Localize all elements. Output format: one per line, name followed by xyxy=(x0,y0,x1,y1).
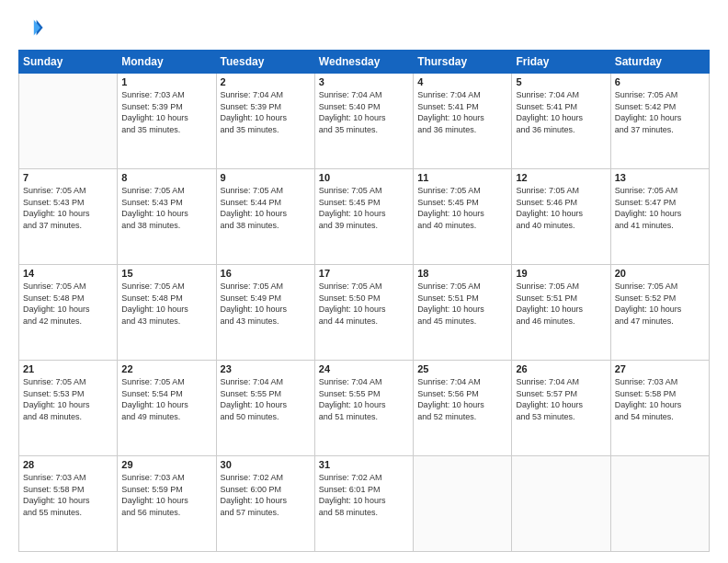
calendar-header-row: SundayMondayTuesdayWednesdayThursdayFrid… xyxy=(19,51,710,74)
day-info: Sunrise: 7:05 AMSunset: 5:43 PMDaylight:… xyxy=(121,185,211,231)
day-info: Sunrise: 7:03 AMSunset: 5:39 PMDaylight:… xyxy=(121,89,211,135)
calendar-cell: 30Sunrise: 7:02 AMSunset: 6:00 PMDayligh… xyxy=(216,456,314,552)
calendar-cell: 23Sunrise: 7:04 AMSunset: 5:55 PMDayligh… xyxy=(216,361,314,456)
calendar-cell: 24Sunrise: 7:04 AMSunset: 5:55 PMDayligh… xyxy=(314,361,413,456)
calendar-cell: 1Sunrise: 7:03 AMSunset: 5:39 PMDaylight… xyxy=(118,74,216,169)
day-number: 28 xyxy=(23,459,113,470)
day-number: 21 xyxy=(23,363,113,374)
day-number: 8 xyxy=(121,172,211,183)
calendar-week-4: 21Sunrise: 7:05 AMSunset: 5:53 PMDayligh… xyxy=(19,361,710,456)
day-info: Sunrise: 7:05 AMSunset: 5:53 PMDaylight:… xyxy=(23,376,113,422)
calendar-cell: 11Sunrise: 7:05 AMSunset: 5:45 PMDayligh… xyxy=(414,169,512,265)
calendar-cell: 4Sunrise: 7:04 AMSunset: 5:41 PMDaylight… xyxy=(414,74,512,169)
day-number: 24 xyxy=(319,363,409,374)
day-info: Sunrise: 7:05 AMSunset: 5:45 PMDaylight:… xyxy=(319,185,409,231)
day-number: 13 xyxy=(615,172,705,183)
day-number: 22 xyxy=(121,363,211,374)
day-number: 12 xyxy=(516,172,606,183)
calendar-cell: 2Sunrise: 7:04 AMSunset: 5:39 PMDaylight… xyxy=(216,74,314,169)
header xyxy=(18,15,710,40)
calendar-header-wednesday: Wednesday xyxy=(314,51,413,74)
day-info: Sunrise: 7:05 AMSunset: 5:51 PMDaylight:… xyxy=(417,281,507,327)
calendar-cell: 7Sunrise: 7:05 AMSunset: 5:43 PMDaylight… xyxy=(19,169,118,265)
day-info: Sunrise: 7:05 AMSunset: 5:50 PMDaylight:… xyxy=(319,281,409,327)
calendar-week-2: 7Sunrise: 7:05 AMSunset: 5:43 PMDaylight… xyxy=(19,169,710,265)
day-number: 15 xyxy=(121,268,211,279)
day-number: 6 xyxy=(615,76,705,87)
day-info: Sunrise: 7:04 AMSunset: 5:39 PMDaylight:… xyxy=(221,89,311,135)
calendar-cell: 10Sunrise: 7:05 AMSunset: 5:45 PMDayligh… xyxy=(314,169,413,265)
day-info: Sunrise: 7:05 AMSunset: 5:44 PMDaylight:… xyxy=(221,185,311,231)
day-number: 11 xyxy=(417,172,507,183)
calendar-cell: 21Sunrise: 7:05 AMSunset: 5:53 PMDayligh… xyxy=(19,361,118,456)
calendar-cell xyxy=(610,456,709,552)
day-number: 31 xyxy=(319,459,409,470)
day-info: Sunrise: 7:05 AMSunset: 5:51 PMDaylight:… xyxy=(516,281,606,327)
day-info: Sunrise: 7:04 AMSunset: 5:55 PMDaylight:… xyxy=(319,376,409,422)
calendar-cell: 19Sunrise: 7:05 AMSunset: 5:51 PMDayligh… xyxy=(512,265,610,361)
day-number: 18 xyxy=(417,268,507,279)
calendar-cell: 14Sunrise: 7:05 AMSunset: 5:48 PMDayligh… xyxy=(19,265,118,361)
calendar-cell: 22Sunrise: 7:05 AMSunset: 5:54 PMDayligh… xyxy=(118,361,216,456)
day-info: Sunrise: 7:05 AMSunset: 5:48 PMDaylight:… xyxy=(121,281,211,327)
day-info: Sunrise: 7:05 AMSunset: 5:45 PMDaylight:… xyxy=(417,185,507,231)
calendar-cell: 16Sunrise: 7:05 AMSunset: 5:49 PMDayligh… xyxy=(216,265,314,361)
day-number: 30 xyxy=(221,459,311,470)
calendar-header-friday: Friday xyxy=(512,51,610,74)
day-number: 27 xyxy=(615,363,705,374)
calendar-cell: 8Sunrise: 7:05 AMSunset: 5:43 PMDaylight… xyxy=(118,169,216,265)
calendar-cell xyxy=(414,456,512,552)
calendar-header-tuesday: Tuesday xyxy=(216,51,314,74)
calendar-cell: 27Sunrise: 7:03 AMSunset: 5:58 PMDayligh… xyxy=(610,361,709,456)
day-info: Sunrise: 7:05 AMSunset: 5:48 PMDaylight:… xyxy=(23,281,113,327)
day-number: 14 xyxy=(23,268,113,279)
day-number: 16 xyxy=(221,268,311,279)
day-info: Sunrise: 7:04 AMSunset: 5:56 PMDaylight:… xyxy=(417,376,507,422)
calendar-cell: 12Sunrise: 7:05 AMSunset: 5:46 PMDayligh… xyxy=(512,169,610,265)
calendar-cell: 13Sunrise: 7:05 AMSunset: 5:47 PMDayligh… xyxy=(610,169,709,265)
calendar-cell: 25Sunrise: 7:04 AMSunset: 5:56 PMDayligh… xyxy=(414,361,512,456)
calendar-week-5: 28Sunrise: 7:03 AMSunset: 5:58 PMDayligh… xyxy=(19,456,710,552)
day-number: 26 xyxy=(516,363,606,374)
day-info: Sunrise: 7:05 AMSunset: 5:52 PMDaylight:… xyxy=(615,281,705,327)
calendar-week-3: 14Sunrise: 7:05 AMSunset: 5:48 PMDayligh… xyxy=(19,265,710,361)
calendar-table: SundayMondayTuesdayWednesdayThursdayFrid… xyxy=(18,50,710,552)
day-number: 17 xyxy=(319,268,409,279)
day-number: 2 xyxy=(221,76,311,87)
day-number: 10 xyxy=(319,172,409,183)
calendar-cell: 31Sunrise: 7:02 AMSunset: 6:01 PMDayligh… xyxy=(314,456,413,552)
day-info: Sunrise: 7:04 AMSunset: 5:40 PMDaylight:… xyxy=(319,89,409,135)
calendar-cell: 3Sunrise: 7:04 AMSunset: 5:40 PMDaylight… xyxy=(314,74,413,169)
day-number: 4 xyxy=(417,76,507,87)
day-number: 1 xyxy=(121,76,211,87)
calendar-cell: 17Sunrise: 7:05 AMSunset: 5:50 PMDayligh… xyxy=(314,265,413,361)
day-number: 3 xyxy=(319,76,409,87)
day-info: Sunrise: 7:05 AMSunset: 5:42 PMDaylight:… xyxy=(615,89,705,135)
day-number: 29 xyxy=(121,459,211,470)
logo xyxy=(18,15,48,40)
day-info: Sunrise: 7:03 AMSunset: 5:58 PMDaylight:… xyxy=(615,376,705,422)
calendar-week-1: 1Sunrise: 7:03 AMSunset: 5:39 PMDaylight… xyxy=(19,74,710,169)
calendar-cell: 15Sunrise: 7:05 AMSunset: 5:48 PMDayligh… xyxy=(118,265,216,361)
calendar-header-sunday: Sunday xyxy=(19,51,118,74)
calendar-header-thursday: Thursday xyxy=(414,51,512,74)
day-info: Sunrise: 7:03 AMSunset: 5:58 PMDaylight:… xyxy=(23,472,113,518)
calendar-cell: 26Sunrise: 7:04 AMSunset: 5:57 PMDayligh… xyxy=(512,361,610,456)
calendar-header-saturday: Saturday xyxy=(610,51,709,74)
day-info: Sunrise: 7:02 AMSunset: 6:00 PMDaylight:… xyxy=(221,472,311,518)
day-number: 19 xyxy=(516,268,606,279)
logo-icon xyxy=(18,15,44,40)
day-info: Sunrise: 7:03 AMSunset: 5:59 PMDaylight:… xyxy=(121,472,211,518)
day-info: Sunrise: 7:05 AMSunset: 5:54 PMDaylight:… xyxy=(121,376,211,422)
calendar-cell: 18Sunrise: 7:05 AMSunset: 5:51 PMDayligh… xyxy=(414,265,512,361)
day-number: 20 xyxy=(615,268,705,279)
calendar-cell xyxy=(19,74,118,169)
day-info: Sunrise: 7:04 AMSunset: 5:41 PMDaylight:… xyxy=(417,89,507,135)
calendar-header-monday: Monday xyxy=(118,51,216,74)
calendar-cell: 29Sunrise: 7:03 AMSunset: 5:59 PMDayligh… xyxy=(118,456,216,552)
day-info: Sunrise: 7:05 AMSunset: 5:43 PMDaylight:… xyxy=(23,185,113,231)
calendar-cell: 20Sunrise: 7:05 AMSunset: 5:52 PMDayligh… xyxy=(610,265,709,361)
calendar-cell: 28Sunrise: 7:03 AMSunset: 5:58 PMDayligh… xyxy=(19,456,118,552)
day-number: 9 xyxy=(221,172,311,183)
day-number: 25 xyxy=(417,363,507,374)
